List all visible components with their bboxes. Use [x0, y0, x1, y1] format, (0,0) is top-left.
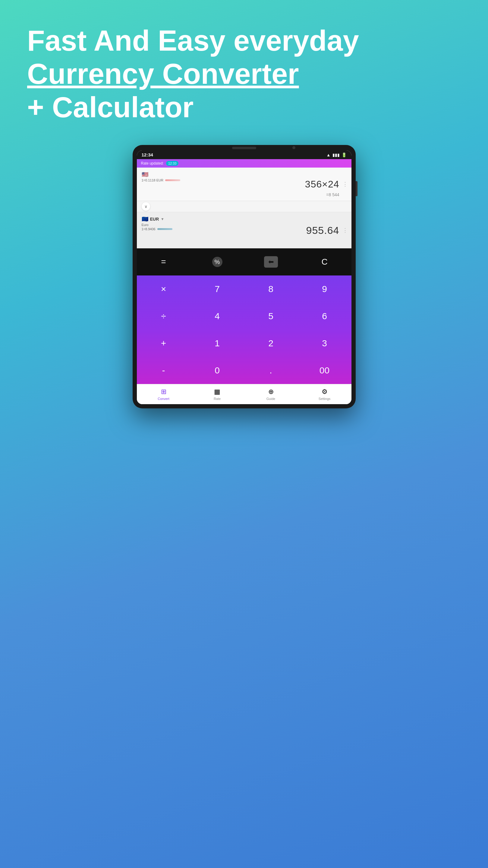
minus-button[interactable]: - [137, 357, 190, 384]
status-icons: ▲ ▮▮▮ 🔋 [327, 153, 347, 157]
from-more-icon[interactable]: ⋮ [342, 181, 348, 187]
from-rate-text: 1=0.1118 EUR [142, 179, 163, 182]
to-rate-text: 1=8.9406 [142, 227, 155, 231]
eight-button[interactable]: 8 [244, 276, 298, 303]
double-zero-button[interactable]: 00 [298, 357, 352, 384]
tablet-device: 12:34 ▲ ▮▮▮ 🔋 Rate updated: 12:33 🇺🇸 [133, 145, 356, 408]
from-equals-result: =8 544 [326, 192, 339, 197]
hero-line3: + Calculator [27, 91, 461, 124]
multiply-button[interactable]: × [137, 276, 190, 303]
from-rate-bar [165, 179, 180, 181]
delete-icon: ⬅ [264, 256, 278, 268]
calculator-operators: = % ⬅ C [137, 248, 352, 276]
nav-settings-label: Settings [318, 397, 331, 401]
clear-button[interactable]: C [298, 248, 352, 276]
five-button[interactable]: 5 [244, 303, 298, 330]
six-button[interactable]: 6 [298, 303, 352, 330]
delete-button[interactable]: ⬅ [244, 248, 298, 276]
to-currency-row[interactable]: 🇪🇺 EUR ▼ Euro 1=8.9406 955.64 ⋮ [137, 212, 352, 248]
hero-line2-underline: Currency Converter [27, 58, 299, 90]
tablet-side-button [356, 181, 358, 196]
seven-button[interactable]: 7 [190, 276, 244, 303]
to-amount: 955.64 [306, 224, 339, 236]
to-rate-bar [157, 228, 173, 230]
guide-icon: ⊕ [268, 388, 274, 396]
rate-icon: ▦ [214, 388, 220, 396]
three-button[interactable]: 3 [298, 330, 352, 357]
from-currency-flag-row: 🇺🇸 [142, 172, 347, 177]
hero-line1: Fast And Easy everyday [27, 24, 461, 57]
zero-button[interactable]: 0 [190, 357, 244, 384]
app-header: Rate updated: 12:33 [137, 159, 352, 167]
tablet-screen: 12:34 ▲ ▮▮▮ 🔋 Rate updated: 12:33 🇺🇸 [137, 150, 352, 404]
swap-row[interactable]: ∨ [137, 201, 352, 212]
percent-circle-icon: % [212, 257, 222, 267]
to-currency-code: EUR [150, 217, 159, 221]
nine-button[interactable]: 9 [298, 276, 352, 303]
settings-icon: ⚙ [322, 388, 328, 396]
calculator-numpad: × 7 8 9 ÷ 4 5 6 + 1 2 3 - 0 . 00 [137, 276, 352, 384]
to-dropdown-icon[interactable]: ▼ [161, 217, 164, 221]
signal-icon: ▮▮▮ [333, 153, 340, 157]
battery-icon: 🔋 [341, 153, 347, 157]
to-flag-icon: 🇪🇺 [142, 216, 148, 222]
chevron-down-icon: ∨ [144, 204, 147, 209]
from-amount: 356×24 [305, 179, 339, 190]
nav-settings[interactable]: ⚙ Settings [298, 387, 352, 402]
one-button[interactable]: 1 [190, 330, 244, 357]
convert-icon: ⊞ [161, 388, 166, 396]
two-button[interactable]: 2 [244, 330, 298, 357]
tablet-notch [232, 147, 256, 149]
percent-button[interactable]: % [190, 248, 244, 276]
four-button[interactable]: 4 [190, 303, 244, 330]
to-currency-flag-row: 🇪🇺 EUR ▼ [142, 216, 347, 222]
nav-guide[interactable]: ⊕ Guide [244, 387, 298, 402]
converter-section: 🇺🇸 1=0.1118 EUR 356×24 ⋮ =8 544 ∨ [137, 167, 352, 248]
rate-time-badge: 12:33 [166, 161, 179, 166]
rate-updated-label: Rate updated: [141, 161, 164, 165]
nav-rate[interactable]: ▦ Rate [190, 387, 244, 402]
dot-button[interactable]: . [244, 357, 298, 384]
status-bar: 12:34 ▲ ▮▮▮ 🔋 [137, 150, 352, 159]
hero-section: Fast And Easy everyday Currency Converte… [0, 0, 488, 136]
plus-button[interactable]: + [137, 330, 190, 357]
from-currency-row[interactable]: 🇺🇸 1=0.1118 EUR 356×24 ⋮ =8 544 [137, 167, 352, 201]
bottom-navigation: ⊞ Convert ▦ Rate ⊕ Guide ⚙ Settings [137, 384, 352, 404]
wifi-icon: ▲ [327, 153, 331, 157]
swap-button[interactable]: ∨ [142, 202, 150, 211]
equals-button[interactable]: = [137, 248, 190, 276]
nav-rate-label: Rate [214, 397, 221, 401]
tablet-wrapper: 12:34 ▲ ▮▮▮ 🔋 Rate updated: 12:33 🇺🇸 [0, 145, 488, 408]
nav-guide-label: Guide [267, 397, 275, 401]
nav-convert[interactable]: ⊞ Convert [137, 387, 190, 402]
divide-button[interactable]: ÷ [137, 303, 190, 330]
tablet-camera [293, 146, 295, 149]
hero-line2: Currency Converter [27, 57, 461, 90]
hero-title: Fast And Easy everyday Currency Converte… [27, 24, 461, 124]
nav-convert-label: Convert [158, 397, 170, 401]
to-more-icon[interactable]: ⋮ [342, 227, 348, 234]
from-flag-icon: 🇺🇸 [142, 172, 148, 177]
status-time: 12:34 [142, 152, 153, 157]
